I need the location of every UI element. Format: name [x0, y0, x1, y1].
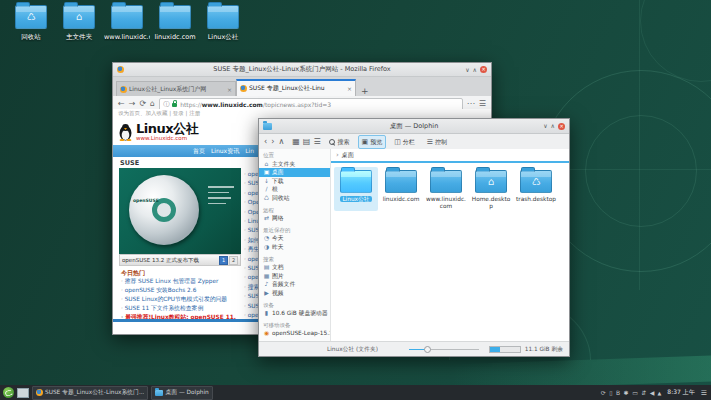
hot-article-link[interactable]: 推荐 SUSE Linux 包管理器 Zypper [121, 277, 243, 286]
details-view-button[interactable]: ☰ [313, 138, 320, 146]
places-item[interactable]: ▦图片 [259, 272, 330, 281]
panel-toggle-icon[interactable]: ☰ [701, 389, 707, 397]
dvd-icon: ◉ [263, 329, 270, 338]
places-item[interactable]: ◑昨天 [259, 243, 330, 252]
minimize-button[interactable]: ∨ [543, 123, 547, 129]
zoom-slider-handle[interactable] [424, 346, 431, 353]
places-item[interactable]: ⌂主文件夹 [259, 160, 330, 169]
banner-text-lines [208, 186, 234, 208]
download-icon: ↓ [263, 177, 270, 186]
site-nav-links[interactable]: 首页 Linux资讯 Lin [193, 147, 254, 156]
file-item-label: Home.desktop [469, 196, 513, 209]
folder-view[interactable]: 桌面 Linux公社linuxidc.comwww.linuxidc.com⌂H… [331, 149, 569, 341]
breadcrumb[interactable]: 桌面 [331, 149, 569, 161]
split-view-button[interactable]: ◫ 分栏 [390, 135, 419, 149]
home-icon: ⌂ [263, 160, 270, 169]
clipboard-icon[interactable]: ▯ [609, 390, 612, 396]
tab-close-icon[interactable]: × [227, 86, 232, 93]
minimize-button[interactable]: ∨ [465, 67, 469, 73]
places-item[interactable]: ∕根 [259, 185, 330, 194]
suse-banner[interactable]: openSUSE [119, 168, 241, 254]
icons-view-button[interactable]: ▦ [292, 138, 300, 146]
forward-button[interactable]: → [129, 100, 136, 108]
control-menu-button[interactable]: ☰ 控制 [423, 135, 451, 149]
trash-icon: ♺ [263, 194, 270, 203]
tab-close-icon[interactable]: × [347, 85, 352, 92]
forward-button[interactable]: › [271, 138, 274, 146]
library-button[interactable]: ⋯ [467, 100, 475, 108]
url-text: https://www.linuxidc.com/topicnews.aspx?… [180, 101, 331, 108]
back-button[interactable]: ‹ [264, 138, 267, 146]
home-button[interactable]: ⌂ [150, 100, 155, 108]
places-item[interactable]: ▤文档 [259, 263, 330, 272]
hot-article-link[interactable]: openSUSE 安装Bochs 2.6 [121, 286, 243, 295]
tray-expand-icon[interactable]: ▲ [657, 390, 661, 396]
places-item[interactable]: ♪音频文件 [259, 280, 330, 289]
pagination-2[interactable]: 2 [229, 256, 238, 265]
folder-icon: ♺ [15, 5, 47, 29]
clock[interactable]: 8:37 上午 [667, 388, 694, 397]
breadcrumb-location[interactable]: 桌面 [342, 151, 354, 160]
banner-caption-text[interactable]: openSUSE 13.2 正式发布下载 [122, 257, 219, 264]
tracking-shield-icon[interactable]: ⓘ [163, 101, 169, 107]
places-item[interactable]: ♺回收站 [259, 194, 330, 203]
pager-icon[interactable] [17, 388, 29, 398]
hot-article-link[interactable]: SUSE Linux的CPU节电模式引发的问题 [121, 295, 243, 304]
places-group-header: 远程 [259, 206, 330, 215]
file-item-label-text: Home.desktop [472, 196, 510, 209]
reload-button[interactable]: ⟳ [139, 100, 146, 108]
file-item[interactable]: ♺trash.desktop [514, 167, 558, 211]
pagination-1[interactable]: 1 [219, 256, 228, 265]
places-item[interactable]: ▣桌面 [259, 168, 330, 177]
desktop-icon-1[interactable]: ♺回收站 [8, 5, 54, 42]
tab-linux-gongshe[interactable]: Linux公社_Linux系统门户网 × [116, 81, 236, 96]
file-item[interactable]: linuxidc.com [379, 167, 423, 211]
places-item[interactable]: ◉openSUSE-Leap-15.1-DVD [259, 329, 330, 338]
file-item[interactable]: Linux公社 [334, 167, 378, 211]
task-button[interactable]: 桌面 — Dolphin [151, 386, 212, 400]
back-button[interactable]: ← [118, 100, 125, 108]
dolphin-titlebar[interactable]: 桌面 — Dolphin ∨ ∧ ✕ [259, 119, 569, 134]
close-button[interactable]: ✕ [480, 66, 487, 73]
https-lock-icon[interactable] [172, 103, 177, 107]
places-item[interactable]: ⇄网络 [259, 214, 330, 223]
maximize-button[interactable]: ∧ [473, 67, 477, 73]
video-icon: ▶ [263, 289, 270, 298]
device-icon[interactable]: ▭ [632, 390, 638, 396]
selection-info: Linux公社 (文件夹) [327, 345, 378, 354]
volume-icon[interactable]: ◀ [650, 390, 655, 396]
bluetooth-icon[interactable]: B [616, 390, 620, 396]
compact-view-button[interactable]: ▤ [303, 138, 311, 146]
preview-toggle-button[interactable]: ▣ 预览 [358, 135, 387, 149]
desktop-icon-4[interactable]: linuxidc.com [152, 5, 198, 41]
tab-suse-topic[interactable]: SUSE 专题_Linux公社-Linu × [236, 79, 356, 96]
places-item[interactable]: ↓下载 [259, 177, 330, 186]
zoom-slider[interactable] [409, 346, 479, 353]
file-item-label-text: trash.desktop [516, 196, 556, 202]
new-tab-button[interactable]: + [361, 87, 369, 96]
firefox-titlebar[interactable]: SUSE 专题_Linux公社-Linux系统门户网站 - Mozilla Fi… [113, 63, 491, 77]
desktop-icon-3[interactable]: www.linuxidc.com [104, 5, 150, 41]
disc-label: openSUSE [133, 198, 159, 203]
search-button[interactable]: 搜索 [325, 135, 354, 149]
task-button[interactable]: SUSE 专题_Linux公社-Linux系统门... [32, 386, 148, 400]
desktop-icon-2[interactable]: ⌂主文件夹 [56, 5, 102, 42]
input-icon[interactable]: ✱ [624, 390, 629, 396]
file-item[interactable]: www.linuxidc.com [424, 167, 468, 211]
places-item[interactable]: ◔今天 [259, 234, 330, 243]
places-item[interactable]: ▶视频 [259, 289, 330, 298]
view-active-indicator [331, 161, 569, 163]
menu-button[interactable]: ☰ [479, 100, 486, 108]
maximize-button[interactable]: ∧ [551, 123, 555, 129]
updates-icon[interactable]: ⟳ [601, 390, 606, 396]
hot-article-link[interactable]: SUSE 11 下文件系统检查案例 [121, 304, 243, 313]
display-icon[interactable]: ⇵ [641, 390, 646, 396]
desktop-icon-5[interactable]: Linux公社 [200, 5, 246, 42]
file-item[interactable]: ⌂Home.desktop [469, 167, 513, 211]
application-launcher-icon[interactable] [3, 387, 14, 398]
site-logo-text[interactable]: Linux公社 [136, 122, 198, 135]
preview-icon: ▣ [362, 138, 369, 146]
close-button[interactable]: ✕ [558, 123, 565, 130]
up-button[interactable]: ∧ [278, 138, 284, 146]
places-item[interactable]: ▮10.6 GiB 硬盘驱动器 [259, 309, 330, 318]
